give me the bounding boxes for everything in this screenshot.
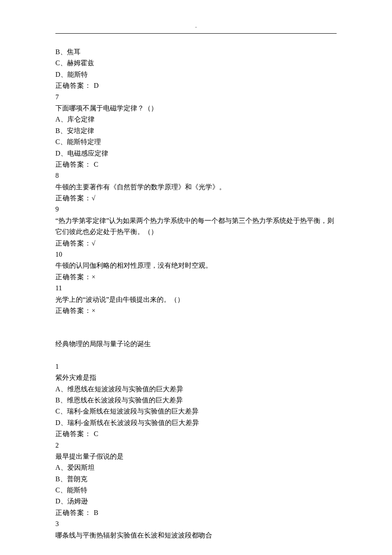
- question-stem: 牛顿的认同伽利略的相对性原理，没有绝对时空观。: [55, 260, 337, 271]
- question-stem: “热力学第零定律”认为如果两个热力学系统中的每一个都与第三个热力学系统处于热平衡…: [55, 215, 337, 238]
- section-title: 经典物理的局限与量子论的诞生: [55, 338, 337, 350]
- question-stem: 最早提出量子假说的是: [55, 451, 337, 462]
- option-a: A、爱因斯坦: [55, 462, 337, 473]
- header-mark: ": [55, 26, 337, 31]
- answer-text: 正确答案： C: [55, 428, 337, 439]
- option-a: A、维恩线在短波波段与实验值的巨大差异: [55, 384, 337, 395]
- question-stem: 牛顿的主要著作有《自然哲学的数学原理》和《光学》。: [55, 182, 337, 193]
- answer-text: 正确答案：×: [55, 272, 337, 283]
- spacer: [55, 316, 337, 327]
- spacer: [55, 327, 337, 338]
- question-number: 9: [55, 204, 337, 215]
- question-number: 1: [55, 361, 337, 372]
- option-a: A、库仑定律: [55, 114, 337, 125]
- question-stem: 紫外灾难是指: [55, 372, 337, 383]
- question-number: 3: [55, 518, 337, 529]
- option-b: B、安培定律: [55, 125, 337, 136]
- question-stem: 下面哪项不属于电磁学定律？（）: [55, 103, 337, 114]
- answer-text: 正确答案： C: [55, 159, 337, 170]
- option-c: C、能斯特定理: [55, 136, 337, 147]
- answer-text: 正确答案：√: [55, 238, 337, 249]
- question-number: 11: [55, 283, 337, 294]
- question-number: 8: [55, 170, 337, 181]
- question-number: 7: [55, 92, 337, 103]
- spacer: [55, 350, 337, 361]
- answer-text: 正确答案：√: [55, 193, 337, 204]
- answer-text: 正确答案：×: [55, 305, 337, 316]
- option-c: C、瑞利-金斯线在短波波段与实验值的巨大差异: [55, 406, 337, 417]
- option-d: D、电磁感应定律: [55, 148, 337, 159]
- option-c: C、赫姆霍兹: [55, 58, 337, 69]
- question-number: 10: [55, 249, 337, 260]
- option-d: D、汤姆逊: [55, 496, 337, 507]
- question-stem: 哪条线与平衡热辐射实验值在长波和短波波段都吻合: [55, 530, 337, 541]
- option-c: C、能斯特: [55, 485, 337, 496]
- answer-text: 正确答案： D: [55, 80, 337, 91]
- option-b: B、焦耳: [55, 46, 337, 58]
- answer-text: 正确答案： B: [55, 507, 337, 518]
- option-d: D、能斯特: [55, 69, 337, 80]
- question-number: 2: [55, 440, 337, 451]
- header-rule: [55, 33, 337, 34]
- question-stem: 光学上的“波动说”是由牛顿提出来的。（）: [55, 294, 337, 305]
- option-d: D、瑞利-金斯线在长波波段与实验值的巨大差异: [55, 417, 337, 428]
- option-b: B、维恩线在长波波段与实验值的巨大差异: [55, 395, 337, 406]
- option-b: B、普朗克: [55, 474, 337, 485]
- document-page: " B、焦耳 C、赫姆霍兹 D、能斯特 正确答案： D 7 下面哪项不属于电磁学…: [0, 0, 392, 555]
